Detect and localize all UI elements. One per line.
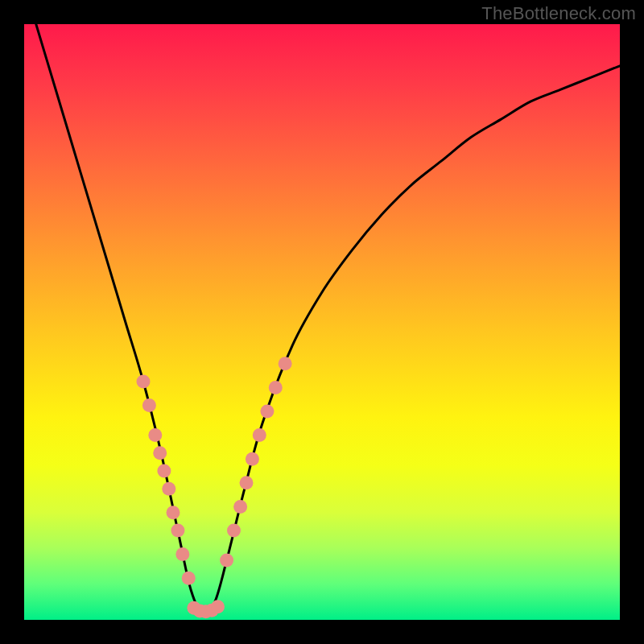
data-dot (182, 572, 196, 585)
data-dot (233, 500, 247, 514)
data-dot (148, 428, 162, 442)
data-dot (171, 524, 184, 538)
data-dot (142, 398, 156, 412)
data-dot (240, 476, 254, 489)
data-dot (162, 482, 175, 496)
data-dot (227, 524, 241, 538)
data-dot (269, 381, 283, 394)
chart-container: TheBottleneck.com (0, 0, 644, 644)
chart-svg (24, 24, 620, 620)
bottleneck-curve (36, 24, 620, 614)
watermark-text: TheBottleneck.com (481, 3, 636, 24)
data-dot (137, 375, 151, 389)
data-dot (253, 428, 266, 442)
data-dot (279, 357, 292, 370)
data-dot (246, 452, 259, 466)
data-dot (175, 547, 189, 561)
data-dots (137, 357, 292, 618)
data-dot (167, 506, 180, 519)
plot-area (24, 24, 620, 620)
data-dot (220, 554, 233, 568)
data-dot (157, 464, 171, 478)
data-dot (153, 446, 167, 460)
data-dot (260, 405, 274, 419)
data-dot (211, 600, 225, 613)
